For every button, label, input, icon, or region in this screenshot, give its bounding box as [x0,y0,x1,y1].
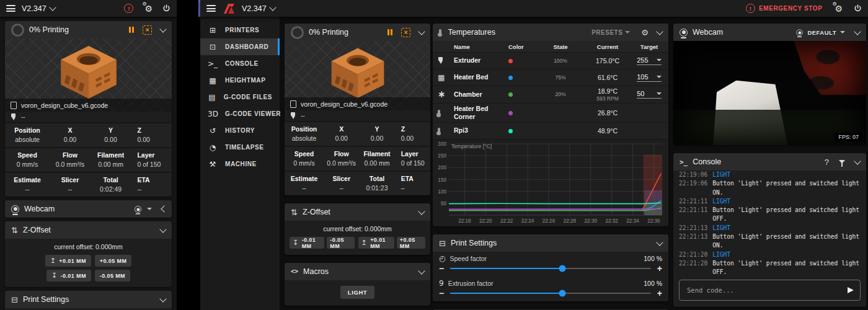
console-log-line: 22:21:20 LIGHT [679,250,861,259]
decrease-button[interactable]: − [439,265,444,272]
console-log-line: 22:19:06 LIGHT [679,170,861,179]
sidebar-item[interactable]: ▦ HEIGHTMAP [200,72,280,89]
collapse-chevron-left-icon[interactable] [161,205,167,212]
webcam-source-select[interactable]: DEFAULT [795,29,845,37]
z-offset-icon: ⇅ [11,226,18,234]
stat-cell: Position absolute [5,122,50,147]
webcam-panel: Webcam DEFAULT FPS: 07 [673,24,866,145]
target-select[interactable]: 105 [637,73,662,82]
stat-cell: Total 0:01:23 [359,170,394,195]
gcode-filename: voron_design_cube_v6.gcode [21,102,108,109]
sidebar-item[interactable]: ⚒ MACHINE [200,156,280,172]
webcam-header: Webcam [5,200,172,218]
z-up-large-button[interactable]: +0.05 MM [397,237,425,249]
stat-value: -- [51,185,89,193]
caret-down-icon[interactable] [147,208,152,210]
printer-version-select[interactable]: V2.347 [22,4,55,13]
collapse-chevron-icon[interactable] [159,295,166,302]
pause-button[interactable] [388,29,392,35]
stat-value: 0 of 150 [137,161,170,168]
sidebar-item[interactable]: ◔ TIMELAPSE [200,139,280,156]
console-log-line: 22:19:06 Button 'Light' pressed and swit… [679,179,861,197]
progress-ring [291,26,304,39]
collapse-chevron-icon[interactable] [854,28,861,35]
z-down-small-button[interactable]: ↧ -0.01 MM [290,237,324,249]
slider-thumb[interactable] [559,265,566,272]
series-color-dot[interactable] [508,111,513,115]
svg-text:150: 150 [438,177,446,183]
webcam-source-icon[interactable] [135,205,141,212]
log-message: LIGHT [712,197,730,206]
stat-cell: Y 0.00 [359,121,394,146]
sidebar-item[interactable]: ↺ HISTORY [200,122,280,139]
z-down-small-button[interactable]: ↧ -0.01 MM [46,270,91,281]
target-select[interactable]: 50 [637,90,662,99]
menu-icon[interactable] [206,5,216,12]
collapse-chevron-icon[interactable] [418,28,425,35]
gear-icon[interactable]: ⚙ [144,4,153,13]
series-color-dot[interactable] [508,92,513,97]
collapse-chevron-icon[interactable] [656,239,663,246]
z-offset-current: current offset: 0.000mm [285,221,430,235]
collapse-chevron-icon[interactable] [418,267,425,274]
sidebar-item-label: HISTORY [225,127,255,134]
increase-button[interactable]: + [657,290,662,296]
sidebar-item[interactable]: 3D G-CODE VIEWER [200,105,280,122]
collapse-chevron-icon[interactable] [854,157,861,164]
slider-track[interactable] [450,293,651,294]
menu-icon[interactable] [6,5,16,12]
collapse-chevron-icon[interactable] [159,25,166,32]
stat-cell: Flow 0.0 mm³/s [50,147,91,172]
z-down-large-button[interactable]: -0.05 MM [95,270,130,281]
gear-icon[interactable]: ⚙ [835,4,843,13]
pause-button[interactable] [129,27,134,33]
stat-value: 0.00 [360,135,393,142]
power-icon[interactable] [854,4,862,12]
z-up-small-button[interactable]: ↥ +0.01 MM [358,237,394,249]
sidebar-item[interactable]: ⊞ PRINTERS [200,22,280,38]
presets-dropdown[interactable]: PRESETS [591,29,630,36]
send-code-input[interactable] [686,286,843,294]
stat-value: 0.00 mm [92,161,130,168]
macro-light-button[interactable]: LIGHT [340,286,375,299]
sidebar-item[interactable]: ▤ G-CODE FILES [200,89,280,105]
collapse-chevron-icon[interactable] [656,28,663,35]
decrease-button[interactable]: − [439,290,444,296]
series-color-dot[interactable] [508,129,513,133]
stat-label: Layer [401,150,429,157]
help-icon[interactable]: ? [825,158,829,166]
cancel-print-button[interactable]: ✕ [143,25,152,35]
slider-thumb[interactable] [559,290,566,297]
z-offset-panel: ⇅ Z-Offset current offset: 0.000mm ↧ -0.… [285,203,430,255]
temperature-row: Heater Bed Corner 26.8°C [433,104,668,123]
slider-track[interactable] [450,268,651,270]
stat-cell: Speed 0 mm/s [285,146,324,170]
collapse-chevron-icon[interactable] [159,226,166,232]
sidebar-item[interactable]: ⊡ DASHBOARD [200,38,280,55]
z-up-small-button[interactable]: ↥ +0.01 MM [45,255,91,267]
target-select[interactable]: 255 [637,56,662,65]
print-settings-panel: ⊟ Print Settings ◴ Speed factor 100 % [5,291,172,310]
console-log-line: 22:21:20 Button 'Light' pressed and swit… [679,259,861,275]
console-log[interactable]: 22:19:06 LIGHT 22:19:06 Button 'Light' p… [673,170,866,275]
z-offset-current: current offset: 0.000mm [5,239,172,253]
collapse-chevron-icon[interactable] [418,208,425,215]
printer-version-select[interactable]: V2.347 [242,4,275,13]
filter-icon[interactable] [839,160,845,164]
version-label: V2.347 [242,4,267,13]
power-icon[interactable] [162,4,170,12]
send-icon[interactable] [848,287,854,293]
arrow-up-bar-icon: ↥ [361,239,368,247]
gear-icon[interactable]: ⚙ [641,29,649,37]
z-down-large-button[interactable]: -0.05 MM [327,237,354,249]
z-up-large-button[interactable]: +0.05 MM [95,255,131,267]
log-timestamp: 22:19:06 [679,179,707,197]
cancel-print-button[interactable]: ✕ [401,28,410,37]
increase-button[interactable]: + [657,265,662,272]
series-color-dot[interactable] [508,59,513,63]
svg-text:50: 50 [441,201,447,206]
emergency-stop-icon[interactable]: ! [124,4,133,13]
sidebar-item[interactable]: >_ CONSOLE [200,55,280,72]
emergency-stop-button[interactable]: ! EMERGENCY STOP [746,4,823,13]
series-color-dot[interactable] [508,76,513,80]
